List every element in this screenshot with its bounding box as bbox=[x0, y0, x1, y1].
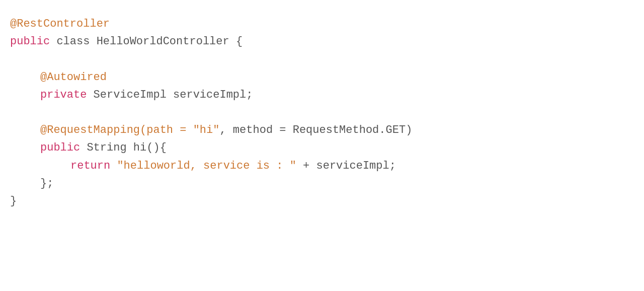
code-line-5: private ServiceImpl serviceImpl; bbox=[10, 86, 634, 104]
string-hi: "hi" bbox=[193, 124, 220, 136]
code-line-8: public String hi(){ bbox=[10, 139, 634, 157]
code-line-1: @RestController bbox=[10, 15, 634, 33]
code-block: @RestController public class HelloWorldC… bbox=[10, 15, 634, 210]
code-line-3 bbox=[10, 50, 634, 68]
annotation-autowired: @Autowired bbox=[40, 71, 107, 84]
plain-serviceimpl: ServiceImpl serviceImpl; bbox=[87, 89, 253, 101]
plain-brace: { bbox=[229, 35, 243, 48]
plain-string-hi: String hi(){ bbox=[80, 141, 167, 154]
annotation-text: @RestController bbox=[10, 18, 110, 30]
code-line-4: @Autowired bbox=[10, 68, 634, 86]
keyword-public2: public bbox=[40, 141, 80, 154]
plain-close-brace: } bbox=[10, 195, 17, 207]
code-line-11: } bbox=[10, 192, 634, 210]
plain-close-brace-semi: }; bbox=[40, 177, 53, 190]
keyword-public: public bbox=[10, 35, 50, 48]
code-line-7: @RequestMapping(path = "hi", method = Re… bbox=[10, 121, 634, 139]
code-line-6 bbox=[10, 104, 634, 121]
code-line-10: }; bbox=[10, 175, 634, 192]
classname-text: HelloWorldController bbox=[97, 35, 229, 48]
annotation-requestmapping: @RequestMapping(path = bbox=[40, 124, 193, 136]
code-line-2: public class HelloWorldController { bbox=[10, 33, 634, 50]
keyword-private: private bbox=[40, 89, 87, 101]
plain-text: class bbox=[50, 35, 96, 48]
keyword-return: return bbox=[70, 160, 117, 172]
string-helloworld: "helloworld, service is : " bbox=[117, 160, 296, 172]
plain-plus-serviceimpl: + serviceImpl; bbox=[296, 160, 396, 172]
code-line-9: return "helloworld, service is : " + ser… bbox=[10, 157, 634, 175]
annotation-requestmapping-rest: , method = RequestMethod.GET) bbox=[219, 124, 412, 136]
